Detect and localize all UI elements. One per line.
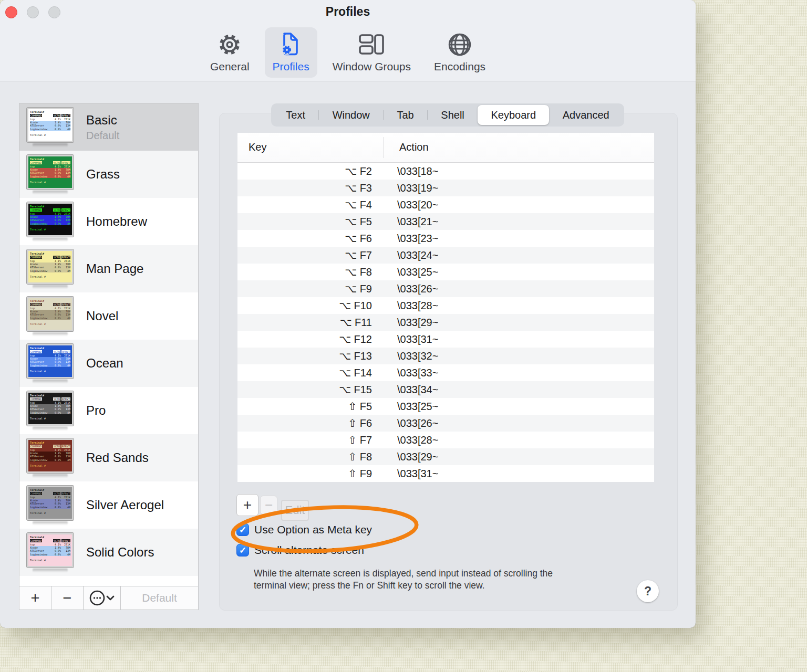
action-cell: \033[28~ xyxy=(372,300,438,312)
mini-cell: 0.0% xyxy=(53,317,61,320)
key-mapping-row[interactable]: ⌥ F14\033[33~ xyxy=(237,364,654,381)
key-mapping-row[interactable]: ⇧ F7\033[28~ xyxy=(237,432,654,448)
mini-cell: loginwindow xyxy=(30,411,53,414)
mini-header-cell: %CPU xyxy=(53,397,60,401)
key-mapping-row[interactable]: ⇧ F5\033[25~ xyxy=(237,398,654,415)
mini-terminal-row: loginwindow0.0%4M xyxy=(30,364,70,367)
key-mapping-row[interactable]: ⌥ F15\033[34~ xyxy=(237,381,654,398)
action-cell: \033[23~ xyxy=(372,233,438,245)
thumbnail-reflection xyxy=(33,380,68,383)
toolbar-item-profiles[interactable]: Profiles xyxy=(265,27,317,78)
tab-text[interactable]: Text xyxy=(273,105,318,125)
profile-row-solid-colors[interactable]: Terminal#COMMAND%CPURPRVTtop4.1%231KXcod… xyxy=(19,529,198,576)
key-mapping-row[interactable]: ⌥ F2\033[18~ xyxy=(237,163,654,180)
profile-row-basic[interactable]: Terminal#COMMAND%CPURPRVTtop4.1%231KXcod… xyxy=(19,103,198,151)
mini-terminal-header: COMMAND%CPURPRVT xyxy=(30,208,70,212)
help-button[interactable]: ? xyxy=(637,580,659,602)
mini-terminal-prompt: Terminal # xyxy=(30,559,70,562)
mini-header-cell: %CPU xyxy=(53,445,60,448)
column-divider[interactable] xyxy=(384,137,384,158)
profile-row-ocean[interactable]: Terminal#COMMAND%CPURPRVTtop4.1%231KXcod… xyxy=(19,340,198,387)
profile-thumbnail: Terminal#COMMAND%CPURPRVTtop4.1%231KXcod… xyxy=(27,486,74,525)
profile-text: Grass xyxy=(86,167,120,182)
mini-terminal-title: Terminal# xyxy=(30,205,70,208)
thumbnail-reflection xyxy=(33,521,68,525)
mini-header-cell: COMMAND xyxy=(30,445,42,448)
toolbar-label: Profiles xyxy=(273,60,309,73)
mini-header-cell: COMMAND xyxy=(30,397,42,401)
key-mapping-row[interactable]: ⌥ F9\033[26~ xyxy=(237,280,654,297)
profile-sidebar: Terminal#COMMAND%CPURPRVTtop4.1%231KXcod… xyxy=(19,103,199,610)
key-mapping-row[interactable]: ⇧ F8\033[29~ xyxy=(237,448,654,465)
tab-tab[interactable]: Tab xyxy=(384,105,427,125)
mini-terminal-title: Terminal# xyxy=(30,252,70,255)
mini-cell: 4M xyxy=(61,269,70,272)
mini-terminal-preview: Terminal#COMMAND%CPURPRVTtop4.1%231KXcod… xyxy=(27,155,74,190)
add-key-button[interactable]: + xyxy=(236,494,258,516)
action-cell: \033[33~ xyxy=(372,367,438,379)
action-cell: \033[28~ xyxy=(372,434,438,446)
key-mapping-row[interactable]: ⌥ F6\033[23~ xyxy=(237,230,654,247)
thumbnail-reflection xyxy=(33,238,68,242)
action-cell: \033[20~ xyxy=(372,199,438,211)
profile-row-pro[interactable]: Terminal#COMMAND%CPURPRVTtop4.1%231KXcod… xyxy=(19,387,198,434)
key-mapping-row[interactable]: ⌥ F3\033[19~ xyxy=(237,180,654,196)
tab-shell[interactable]: Shell xyxy=(428,105,478,125)
profile-row-red-sands[interactable]: Terminal#COMMAND%CPURPRVTtop4.1%231KXcod… xyxy=(19,434,198,481)
remove-key-button[interactable]: − xyxy=(260,496,277,514)
key-mapping-row[interactable]: ⇧ F6\033[26~ xyxy=(237,415,654,432)
add-profile-button[interactable]: + xyxy=(19,586,51,610)
key-mapping-row[interactable]: ⌥ F7\033[24~ xyxy=(237,247,654,264)
column-header-key[interactable]: Key xyxy=(249,141,266,153)
mini-terminal-header: COMMAND%CPURPRVT xyxy=(30,114,70,117)
checkbox-checked-icon[interactable]: ✓ xyxy=(236,523,249,536)
key-mapping-row[interactable]: ⌥ F11\033[29~ xyxy=(237,314,654,331)
key-cell: ⌥ F9 xyxy=(237,282,372,295)
profile-row-grass[interactable]: Terminal#COMMAND%CPURPRVTtop4.1%231KXcod… xyxy=(19,151,198,198)
profile-subtitle: Default xyxy=(86,130,119,142)
key-mapping-row[interactable]: ⌥ F12\033[31~ xyxy=(237,331,654,348)
key-mapping-row[interactable]: ⌥ F10\033[28~ xyxy=(237,297,654,314)
action-cell: \033[31~ xyxy=(372,468,438,480)
mini-cell: 0.0% xyxy=(53,506,61,509)
toolbar-item-general[interactable]: General xyxy=(202,27,257,78)
profile-row-homebrew[interactable]: Terminal#COMMAND%CPURPRVTtop4.1%231KXcod… xyxy=(19,198,198,245)
column-header-action[interactable]: Action xyxy=(399,141,429,153)
use-option-as-meta-key-checkbox-row: ✓ Use Option as Meta key xyxy=(236,523,372,536)
tab-keyboard[interactable]: Keyboard xyxy=(478,105,549,125)
tab-advanced[interactable]: Advanced xyxy=(549,105,623,125)
more-options-button[interactable] xyxy=(84,586,121,610)
remove-profile-button[interactable]: − xyxy=(51,586,84,610)
profile-row-man-page[interactable]: Terminal#COMMAND%CPURPRVTtop4.1%231KXcod… xyxy=(19,245,198,292)
profile-row-silver-aerogel[interactable]: Terminal#COMMAND%CPURPRVTtop4.1%231KXcod… xyxy=(19,481,198,529)
key-mapping-row[interactable]: ⌥ F13\033[32~ xyxy=(237,348,654,364)
tab-window[interactable]: Window xyxy=(319,105,383,125)
mini-header-cell: RPRVT xyxy=(61,445,70,448)
toolbar-item-encodings[interactable]: Encodings xyxy=(426,27,493,78)
key-mappings-table: Key Action ⌥ F2\033[18~⌥ F3\033[19~⌥ F4\… xyxy=(237,133,654,482)
key-mapping-row[interactable]: ⌥ F8\033[25~ xyxy=(237,264,654,280)
profile-text: Pro xyxy=(86,403,106,418)
key-cell: ⌥ F14 xyxy=(237,366,372,379)
key-mapping-row[interactable]: ⌥ F5\033[21~ xyxy=(237,213,654,230)
sidebar-footer: + − Default xyxy=(19,586,198,610)
key-cell: ⌥ F15 xyxy=(237,383,372,396)
mini-cell: 4M xyxy=(61,553,70,556)
key-mapping-row[interactable]: ⌥ F4\033[20~ xyxy=(237,196,654,213)
mini-terminal-prompt: Terminal # xyxy=(30,275,70,278)
mini-terminal-row: loginwindow0.0%4M xyxy=(30,553,70,556)
mini-terminal-row: loginwindow0.0%4M xyxy=(30,269,70,272)
key-cell: ⌥ F5 xyxy=(237,215,372,228)
mini-cell: loginwindow xyxy=(30,553,53,556)
toolbar-item-window-groups[interactable]: Window Groups xyxy=(325,27,419,78)
mini-cell: 4M xyxy=(61,317,70,320)
edit-key-button[interactable]: Edit xyxy=(281,500,309,521)
profile-name: Homebrew xyxy=(86,214,147,229)
key-cell: ⌥ F10 xyxy=(237,299,372,312)
profile-row-novel[interactable]: Terminal#COMMAND%CPURPRVTtop4.1%231KXcod… xyxy=(19,292,198,340)
key-mapping-row[interactable]: ⇧ F9\033[31~ xyxy=(237,465,654,482)
checkbox-checked-icon[interactable]: ✓ xyxy=(236,544,249,556)
mini-terminal-header: COMMAND%CPURPRVT xyxy=(30,256,70,259)
window-groups-icon xyxy=(358,31,385,58)
default-profile-button[interactable]: Default xyxy=(121,586,198,610)
